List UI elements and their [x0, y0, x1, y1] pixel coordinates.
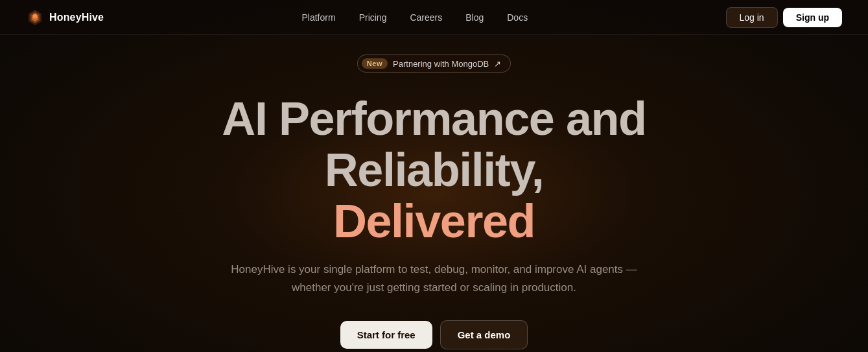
nav-link-docs[interactable]: Docs	[497, 8, 538, 27]
badge-new-label: New	[362, 58, 388, 69]
get-demo-button[interactable]: Get a demo	[440, 320, 528, 349]
hero-headline: AI Performance and Reliability, Delivere…	[143, 93, 726, 248]
nav-links: Platform Pricing Careers Blog Docs	[292, 8, 539, 27]
nav-link-pricing[interactable]: Pricing	[349, 8, 397, 27]
nav-link-blog[interactable]: Blog	[455, 8, 494, 27]
logo-text: HoneyHive	[49, 12, 104, 23]
badge-text: Partnering with MongoDB	[393, 59, 489, 69]
hero-subtext-line2: whether you're just getting started or s…	[292, 281, 576, 294]
nav-link-platform[interactable]: Platform	[292, 8, 346, 27]
hero-subtext-line1: HoneyHive is your single platform to tes…	[231, 263, 637, 276]
headline-line2: Delivered	[143, 196, 726, 247]
logo-icon	[26, 8, 44, 27]
hero-subtext: HoneyHive is your single platform to tes…	[231, 261, 637, 297]
hero-ctas: Start for free Get a demo	[340, 320, 528, 349]
nav-actions: Log in Sign up	[726, 7, 842, 28]
login-button[interactable]: Log in	[726, 7, 778, 28]
navbar: HoneyHive Platform Pricing Careers Blog …	[0, 0, 868, 35]
start-free-button[interactable]: Start for free	[340, 321, 432, 349]
hero-section: New Partnering with MongoDB ↗ AI Perform…	[0, 35, 868, 349]
nav-link-careers[interactable]: Careers	[399, 8, 452, 27]
announcement-badge[interactable]: New Partnering with MongoDB ↗	[357, 54, 511, 73]
logo-link[interactable]: HoneyHive	[26, 8, 104, 27]
badge-arrow-icon: ↗	[494, 59, 501, 69]
headline-line1: AI Performance and Reliability,	[222, 93, 646, 196]
signup-button[interactable]: Sign up	[783, 8, 842, 27]
